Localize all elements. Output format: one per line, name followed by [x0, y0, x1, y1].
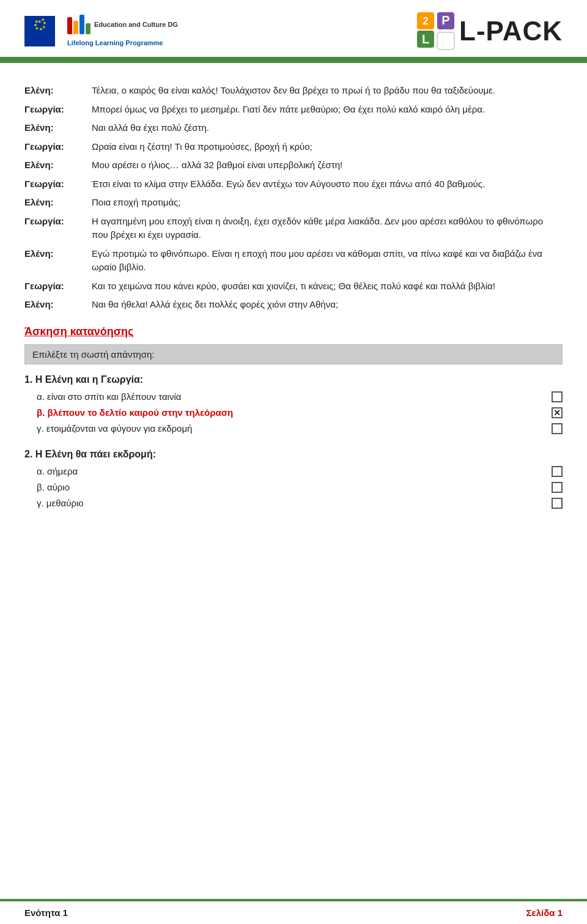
exercise-instruction: Επιλέξτε τη σωστή απάντηση: — [24, 344, 563, 364]
answer-label: α. σήμερα — [37, 466, 533, 476]
svg-text:P: P — [441, 13, 449, 27]
answer-label: α. είναι στο σπίτι και βλέπουν ταινία — [37, 391, 533, 402]
lpack-logo: L P 2 L-PACK — [416, 11, 563, 51]
answer-checkbox[interactable] — [552, 466, 563, 477]
dialogue-row: Ελένη:Ναι θα ήθελα! Αλλά έχεις δει πολλέ… — [24, 295, 563, 314]
dialogue-row: Γεωργία:Η αγαπημένη μου εποχή είναι η άν… — [24, 212, 563, 245]
dialogue-row: Ελένη:Μου αρέσει ο ήλιος… αλλά 32 βαθμοί… — [24, 156, 563, 175]
dialogue-row: Ελένη:Ναι αλλά θα έχει πολύ ζέστη. — [24, 119, 563, 138]
question-title: 2. Η Ελένη θα πάει εκδρομή: — [24, 449, 563, 460]
dialogue-speech: Ωραία είναι η ζέστη! Τι θα προτιμούσες, … — [92, 138, 563, 157]
main-content: Ελένη:Τέλεια, ο καιρός θα είναι καλός! Τ… — [0, 75, 587, 536]
dialogue-speech: Ναι αλλά θα έχει πολύ ζέστη. — [92, 119, 563, 138]
dialogue-speech: Ποια εποχή προτιμάς; — [92, 193, 563, 212]
eu-logo-area: Education and Culture DG Lifelong Learni… — [24, 15, 178, 47]
answer-option: γ. μεθαύριο — [37, 498, 563, 509]
lpack-brand-text: L-PACK — [459, 16, 563, 46]
answer-option: α. σήμερα — [37, 466, 563, 477]
dialogue-speaker: Γεωργία: — [24, 138, 92, 157]
lifelong-label: Lifelong Learning Programme — [67, 39, 163, 46]
dialogue-table: Ελένη:Τέλεια, ο καιρός θα είναι καλός! Τ… — [24, 81, 563, 314]
dialogue-row: Ελένη:Εγώ προτιμώ το φθινόπωρο. Είναι η … — [24, 245, 563, 277]
answer-option: β. βλέπουν το δελτίο καιρού στην τηλεόρα… — [37, 407, 563, 418]
dialogue-row: Γεωργία:Και το χειμώνα που κάνει κρύο, φ… — [24, 277, 563, 296]
question-block: 1. Η Ελένη και η Γεωργία:α. είναι στο σπ… — [24, 374, 563, 434]
exercise-section: Άσκηση κατανόησης Επιλέξτε τη σωστή απάν… — [24, 325, 563, 509]
exercise-title: Άσκηση κατανόησης — [24, 325, 563, 338]
dialogue-speech: Τέλεια, ο καιρός θα είναι καλός! Τουλάχι… — [92, 81, 563, 100]
questions-container: 1. Η Ελένη και η Γεωργία:α. είναι στο σπ… — [24, 374, 563, 509]
answer-checkbox[interactable]: ✕ — [552, 407, 563, 418]
svg-text:L: L — [422, 32, 429, 46]
dialogue-row: Ελένη:Ποια εποχή προτιμάς; — [24, 193, 563, 212]
answer-option: β. αύριο — [37, 482, 563, 493]
dialogue-speech: Έτσι είναι το κλίμα στην Ελλάδα. Εγώ δεν… — [92, 175, 563, 194]
dialogue-speech: Ναι θα ήθελα! Αλλά έχεις δει πολλές φορέ… — [92, 295, 563, 314]
dialogue-speaker: Ελένη: — [24, 156, 92, 175]
lpack-cube-icon: L P 2 — [416, 11, 456, 51]
dialogue-speaker: Ελένη: — [24, 295, 92, 314]
dialogue-row: Γεωργία:Μπορεί όμως να βρέχει το μεσημέρ… — [24, 100, 563, 119]
answer-label: β. βλέπουν το δελτίο καιρού στην τηλεόρα… — [37, 407, 533, 418]
svg-text:2: 2 — [423, 16, 429, 26]
dialogue-row: Γεωργία:Έτσι είναι το κλίμα στην Ελλάδα.… — [24, 175, 563, 194]
header-left: Education and Culture DG Lifelong Learni… — [24, 15, 178, 47]
footer-left-label: Ενότητα 1 — [24, 907, 68, 918]
dialogue-row: Ελένη:Τέλεια, ο καιρός θα είναι καλός! Τ… — [24, 81, 563, 100]
edu-culture-logo: Education and Culture DG Lifelong Learni… — [67, 15, 178, 47]
dialogue-row: Γεωργία:Ωραία είναι η ζέστη! Τι θα προτι… — [24, 138, 563, 157]
answer-option: γ. ετοιμάζονται να φύγουν για εκδρομή — [37, 423, 563, 434]
dialogue-speaker: Γεωργία: — [24, 175, 92, 194]
answer-checkbox[interactable] — [552, 498, 563, 509]
page: Education and Culture DG Lifelong Learni… — [0, 0, 587, 924]
question-title: 1. Η Ελένη και η Γεωργία: — [24, 374, 563, 385]
answer-checkbox[interactable] — [552, 423, 563, 434]
answer-checkbox[interactable] — [552, 391, 563, 402]
dialogue-speech: Και το χειμώνα που κάνει κρύο, φυσάει κα… — [92, 277, 563, 296]
answer-checkbox[interactable] — [552, 482, 563, 493]
dialogue-speech: Η αγαπημένη μου εποχή είναι η άνοιξη, έχ… — [92, 212, 563, 245]
header: Education and Culture DG Lifelong Learni… — [0, 0, 587, 59]
dialogue-speaker: Ελένη: — [24, 119, 92, 138]
dialogue-speaker: Ελένη: — [24, 81, 92, 100]
footer-right-label: Σελίδα 1 — [526, 907, 563, 918]
dialogue-speech: Μου αρέσει ο ήλιος… αλλά 32 βαθμοί είναι… — [92, 156, 563, 175]
answer-label: γ. μεθαύριο — [37, 498, 533, 508]
dialogue-speaker: Ελένη: — [24, 245, 92, 277]
footer: Ενότητα 1 Σελίδα 1 — [0, 899, 587, 924]
eu-flag-icon — [24, 16, 55, 46]
answer-label: γ. ετοιμάζονται να φύγουν για εκδρομή — [37, 423, 533, 434]
answer-label: β. αύριο — [37, 482, 533, 492]
svg-rect-15 — [437, 32, 454, 50]
dialogue-speaker: Ελένη: — [24, 193, 92, 212]
dialogue-speech: Εγώ προτιμώ το φθινόπωρο. Είναι η εποχή … — [92, 245, 563, 277]
dialogue-speaker: Γεωργία: — [24, 212, 92, 245]
dialogue-speaker: Γεωργία: — [24, 100, 92, 119]
answer-option: α. είναι στο σπίτι και βλέπουν ταινία — [37, 391, 563, 402]
dialogue-speaker: Γεωργία: — [24, 277, 92, 296]
question-block: 2. Η Ελένη θα πάει εκδρομή:α. σήμεραβ. α… — [24, 449, 563, 509]
header-separator — [0, 59, 587, 63]
dialogue-speech: Μπορεί όμως να βρέχει το μεσημέρι. Γιατί… — [92, 100, 563, 119]
edu-culture-text: Education and Culture DG — [94, 21, 178, 28]
